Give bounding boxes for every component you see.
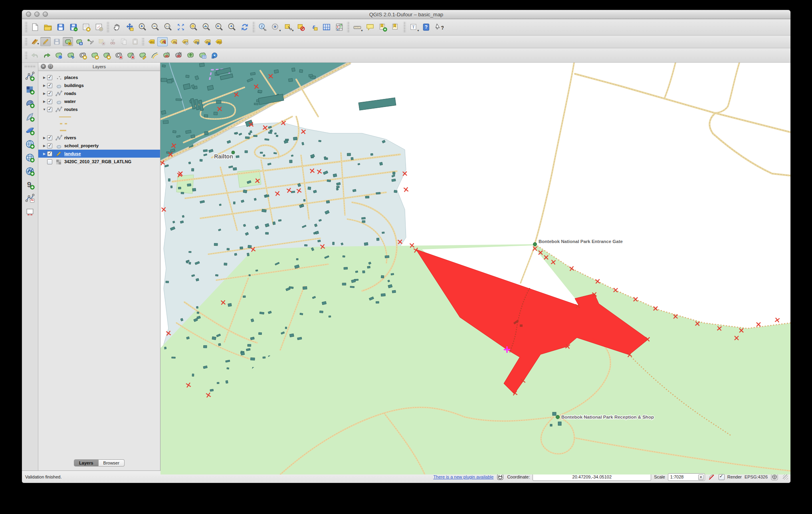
layer-row-3420C_2010_327_RGB_LATLNG[interactable]: 3420C_2010_327_RGB_LATLNG	[38, 158, 160, 166]
scale-combo-arrow-icon[interactable]: ▼	[698, 474, 704, 480]
merge-attributes-button[interactable]	[197, 50, 208, 61]
layer-visibility-checkbox[interactable]	[47, 91, 52, 96]
add-delimited-text-layer-button[interactable]: 9,	[24, 179, 36, 191]
split-parts-button[interactable]	[173, 50, 184, 61]
close-window-button[interactable]	[26, 12, 31, 17]
panel-tab-browser[interactable]: Browser	[99, 459, 125, 467]
dropdown-arrow-icon[interactable]: ▼	[417, 29, 420, 32]
panel-tab-layers[interactable]: Layers	[74, 459, 98, 467]
zoom-to-selection-button[interactable]	[188, 21, 200, 33]
layer-visibility-checkbox[interactable]	[47, 159, 52, 164]
layer-visibility-checkbox[interactable]	[47, 83, 52, 88]
add-vector-layer-button[interactable]	[24, 70, 36, 82]
panel-float-icon[interactable]: ❐	[48, 64, 53, 69]
title-bar[interactable]: QGIS 2.0.1-Dufour – basic_map	[22, 10, 790, 19]
undo-button[interactable]	[29, 50, 40, 61]
highlight-pinned-labels-button[interactable]: ab	[168, 37, 179, 46]
add-wfs-layer-button[interactable]	[24, 165, 36, 177]
map-tips-button[interactable]	[364, 21, 376, 33]
zoom-in-button[interactable]	[137, 21, 149, 33]
add-mssql-layer-button[interactable]	[24, 125, 36, 136]
panel-close-icon[interactable]: ✕	[41, 64, 46, 69]
layer-row-buildings[interactable]: ▶buildings	[38, 81, 160, 89]
map-canvas[interactable]: RailtonBontebok National Park Entrance G…	[160, 63, 790, 474]
zoom-last-button[interactable]	[213, 21, 225, 33]
new-bookmark-button[interactable]	[377, 21, 389, 33]
new-print-composer-button[interactable]	[80, 21, 92, 33]
select-by-expression-button[interactable]: ε	[308, 21, 320, 33]
zoom-next-button[interactable]	[226, 21, 238, 33]
layer-expand-arrow-icon[interactable]: ▶	[42, 152, 47, 156]
zoom-out-button[interactable]	[149, 21, 161, 33]
add-wms-layer-button[interactable]	[24, 138, 36, 150]
pan-to-selection-button[interactable]	[124, 21, 136, 33]
layer-expand-arrow-icon[interactable]: ▶	[42, 84, 47, 87]
add-feature-button[interactable]	[63, 37, 73, 46]
layer-row-landuse[interactable]: ▶landuse	[38, 150, 160, 158]
add-wcs-layer-button[interactable]	[24, 152, 36, 164]
save-project-button[interactable]	[55, 21, 67, 33]
copy-features-button[interactable]	[119, 37, 129, 46]
zoom-actual-size-button[interactable]: 1:1	[162, 21, 174, 33]
cut-features-button[interactable]	[107, 37, 118, 46]
merge-features-button[interactable]	[185, 50, 196, 61]
node-tool-button[interactable]	[85, 37, 95, 46]
deselect-features-button[interactable]	[295, 21, 307, 33]
dropdown-arrow-icon[interactable]: ▼	[37, 42, 40, 45]
layer-row-school_property[interactable]: ▶school_property	[38, 142, 160, 150]
rotate-feature-button[interactable]	[53, 50, 64, 61]
show-bookmarks-button[interactable]	[390, 21, 402, 33]
new-project-button[interactable]	[29, 21, 41, 33]
layer-expand-arrow-icon[interactable]: ▶	[42, 92, 47, 95]
add-postgis-layer-button[interactable]	[24, 97, 36, 109]
new-plugin-link[interactable]: There is a new plugin available	[433, 474, 493, 479]
show-hide-labels-button[interactable]: abc	[180, 37, 190, 46]
layer-visibility-checkbox[interactable]	[47, 143, 52, 148]
help-contents-button[interactable]: ?	[420, 21, 432, 33]
select-features-button[interactable]: ▼	[282, 21, 294, 33]
save-layer-edits-button[interactable]	[51, 37, 62, 46]
layer-expand-arrow-icon[interactable]: ▶	[42, 144, 47, 148]
delete-selected-button[interactable]	[96, 37, 107, 46]
save-project-as-button[interactable]	[67, 21, 79, 33]
reshape-features-button[interactable]	[137, 50, 148, 61]
pin-labels-button[interactable]: ab	[157, 37, 168, 46]
move-feature-button[interactable]	[74, 37, 84, 46]
fill-ring-button[interactable]	[101, 50, 112, 61]
layer-visibility-checkbox[interactable]	[47, 135, 52, 140]
layers-panel-header[interactable]: ✕ ❐ Layers	[38, 63, 160, 71]
layer-expand-arrow-icon[interactable]: ▶	[42, 76, 47, 79]
field-calculator-button[interactable]	[333, 21, 345, 33]
whats-this-button[interactable]: ?	[433, 21, 445, 33]
labeling-options-button[interactable]: abc	[146, 37, 156, 46]
new-shapefile-layer-button[interactable]	[24, 192, 36, 204]
zoom-to-layer-button[interactable]	[200, 21, 212, 33]
layer-visibility-checkbox[interactable]	[47, 107, 52, 112]
layer-row-roads[interactable]: ▶roads	[38, 89, 160, 97]
identify-features-button[interactable]: i	[257, 21, 269, 33]
dropdown-arrow-icon[interactable]: ▼	[279, 29, 281, 32]
layer-visibility-checkbox[interactable]	[47, 151, 52, 156]
composer-manager-button[interactable]	[93, 21, 105, 33]
remove-layer-button[interactable]	[24, 206, 36, 218]
refresh-map-button[interactable]	[239, 21, 251, 33]
text-annotation-button[interactable]: T▼	[408, 21, 420, 33]
delete-ring-button[interactable]	[113, 50, 124, 61]
resize-grip[interactable]	[783, 474, 788, 480]
open-project-button[interactable]	[42, 21, 54, 33]
minimize-window-button[interactable]	[34, 12, 40, 17]
paste-features-button[interactable]	[130, 37, 140, 46]
dropdown-arrow-icon[interactable]: ▼	[360, 29, 363, 32]
layer-row-water[interactable]: ▶water	[38, 97, 160, 105]
add-raster-layer-button[interactable]	[24, 84, 36, 96]
rotate-label-button[interactable]: abc	[202, 37, 212, 46]
offset-curve-button[interactable]	[149, 50, 160, 61]
layer-row-places[interactable]: ▶places	[38, 73, 160, 81]
simplify-feature-button[interactable]	[65, 50, 76, 61]
zoom-full-extent-button[interactable]	[175, 21, 187, 33]
layer-row-routes[interactable]: ▼routes	[38, 105, 160, 113]
layer-visibility-checkbox[interactable]	[47, 75, 52, 80]
open-attribute-table-button[interactable]	[321, 21, 333, 33]
run-feature-action-button[interactable]: ▼	[269, 21, 281, 33]
add-part-button[interactable]	[89, 50, 100, 61]
